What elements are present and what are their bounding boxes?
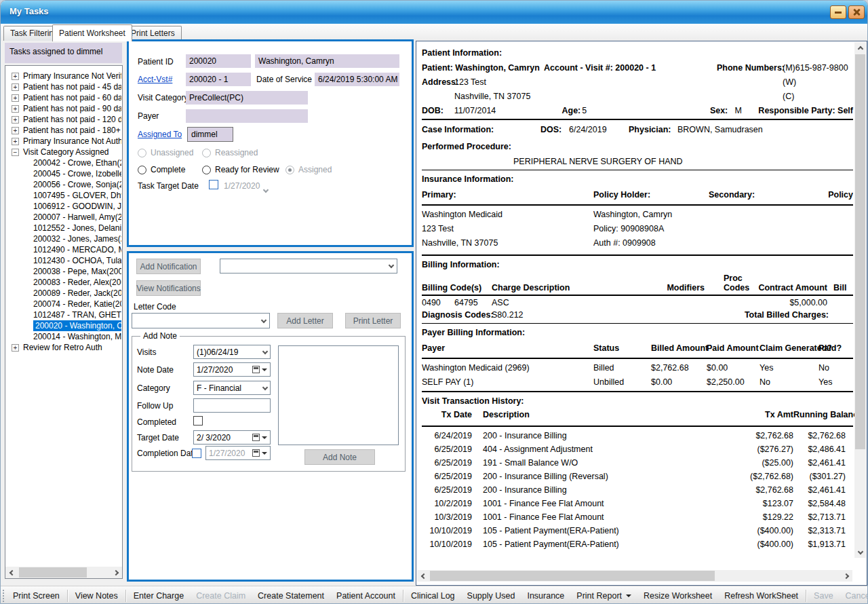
tree-expander-icon[interactable]: + [12,127,19,134]
tree-item-label[interactable]: 200045 - Crowe, Izobelle(2 [33,168,121,179]
tree-item[interactable]: 200032 - Jones, James(20 [7,233,121,244]
tree-item-label[interactable]: 1012490 - MERCADO, MA [33,244,121,255]
patient-id-field[interactable]: 200020 [186,54,251,68]
tree-item-label[interactable]: 1012430 - OCHOA, Tula(1 [33,255,121,266]
radio-complete[interactable]: Complete [138,165,185,174]
resize-worksheet-button[interactable]: Resize Worksheet [637,588,718,603]
tree-item-label[interactable]: Review for Retro Auth [23,342,102,353]
radio-assigned[interactable]: Assigned [285,165,332,174]
view-notifications-button[interactable]: View Notifications [136,280,201,296]
tree-item-label[interactable]: 1012552 - Jones, Delanie( [33,223,121,233]
tree-item-label[interactable]: 1006912 - GOODWIN, Jas [33,201,121,212]
follow-up-input[interactable] [193,398,271,413]
tree-item-label[interactable]: Patient has not paid - 120 days [23,114,121,125]
completion-date-checkbox[interactable] [192,449,201,458]
scroll-down-icon[interactable] [854,546,866,558]
tree-item-label[interactable]: Primary Insurance Not Authorized [23,136,121,147]
tree-item[interactable]: 1012487 - TRAN, GHET(1 [7,309,121,320]
tree-item-label[interactable]: Primary Insurance Not Verified [23,71,121,81]
tree-item-label[interactable]: 200007 - Harwell, Amy(200 [33,212,121,223]
acct-vst-field[interactable]: 200020 - 1 [186,73,251,86]
tree-item[interactable]: 200089 - Reder, Jack(200 [7,288,121,299]
tree-item[interactable]: 200020 - Washington, Car [7,320,121,331]
radio-unassigned[interactable]: Unassigned [138,148,193,157]
tree-item[interactable]: +Primary Insurance Not Verified [7,71,121,81]
tree-expander-icon[interactable]: + [12,344,19,352]
print-letter-button[interactable]: Print Letter [345,313,401,328]
tree-item-label[interactable]: 200042 - Crowe, Ethan(200 [33,157,121,168]
tree-scroll-thumb[interactable] [19,567,87,578]
task-target-date-checkbox[interactable] [209,180,218,189]
assigned-to-link[interactable]: Assigned To [138,130,182,139]
payer-field[interactable] [186,109,308,123]
tree-item-label[interactable]: Visit Category Assigned [23,147,109,157]
tree-item[interactable]: +Review for Retro Auth [7,342,121,353]
scroll-up-icon[interactable] [854,42,866,54]
tree-item-label[interactable]: 200020 - Washington, Car [33,320,121,331]
tree-item-label[interactable]: Patient has not paid - 180+ days [23,125,121,136]
scroll-right-icon[interactable] [841,570,852,582]
tree-item[interactable]: 1012430 - OCHOA, Tula(1 [7,255,121,266]
note-date-picker[interactable]: 1/27/2020 [193,362,271,377]
view-notes-button[interactable]: View Notes [69,588,124,603]
tree-item-label[interactable]: 200014 - Washington, Ma [33,331,121,342]
print-report-button[interactable]: Print Report [570,588,637,603]
tree-expander-icon[interactable]: − [12,149,19,156]
scroll-left-icon[interactable] [417,570,429,582]
radio-reassigned[interactable]: Reassigned [202,148,258,157]
tree-horizontal-scrollbar[interactable] [5,567,122,578]
patient-account-button[interactable]: Patient Account [330,588,401,603]
tree-item[interactable]: 200083 - Reder, Alex(200 [7,277,121,288]
insurance-button[interactable]: Insurance [521,588,570,603]
tree-item[interactable]: +Patient has not paid - 180+ days [7,125,121,136]
scroll-right-icon[interactable] [111,567,122,578]
tree-expander-icon[interactable]: + [12,116,19,124]
worksheet-horizontal-scrollbar[interactable] [417,570,852,582]
close-button[interactable] [848,5,865,19]
tree-expander-icon[interactable]: + [12,83,19,91]
category-combobox[interactable]: F - Financial [193,381,271,395]
tab-print-letters[interactable]: Print Letters [124,26,182,41]
tree-item[interactable]: +Patient has not paid - 45 days [7,81,121,92]
letter-code-combobox[interactable] [132,313,270,328]
tree-item[interactable]: 200074 - Reder, Katie(200 [7,299,121,309]
date-of-service-field[interactable]: 6/24/2019 5:30:00 AM [315,73,399,86]
tree-item-label[interactable]: Patient has not paid - 45 days [23,81,121,92]
tree-item-label[interactable]: Patient has not paid - 60 days [23,92,121,103]
create-statement-button[interactable]: Create Statement [252,588,330,603]
tree-item-label[interactable]: 200089 - Reder, Jack(200 [33,288,121,299]
assigned-to-field[interactable]: dimmel [187,127,233,142]
tree-item[interactable]: +Primary Insurance Not Authorized [7,136,121,147]
refresh-worksheet-button[interactable]: Refresh WorkSheet [718,588,804,603]
tree-item[interactable]: 1007495 - GLOVER, Dhya [7,190,121,201]
tree-item-label[interactable]: 1007495 - GLOVER, Dhya [33,190,121,201]
print-screen-button[interactable]: Print Screen [7,588,66,603]
save-button[interactable]: Save [808,588,840,603]
tree-item-label[interactable]: Patient has not paid - 90 days [23,103,121,114]
supply-used-button[interactable]: Supply Used [461,588,521,603]
worksheet-vertical-scrollbar[interactable] [854,42,866,558]
tree-expander-icon[interactable]: + [12,105,19,113]
tree-item[interactable]: 200038 - Pepe, Max(2000 [7,266,121,277]
add-note-button[interactable]: Add Note [304,449,375,465]
completed-checkbox[interactable] [193,416,203,426]
tree-item-label[interactable]: 200074 - Reder, Katie(200 [33,299,121,309]
task-target-date-value[interactable]: 1/27/2020 [224,181,260,191]
enter-charge-button[interactable]: Enter Charge [127,588,190,603]
tree-item[interactable]: 1012552 - Jones, Delanie( [7,223,121,233]
tree-item[interactable]: +Patient has not paid - 60 days [7,92,121,103]
note-text-area[interactable] [278,345,399,445]
tree-item-label[interactable]: 200032 - Jones, James(20 [33,233,121,244]
tree-item[interactable]: 200045 - Crowe, Izobelle(2 [7,168,121,179]
tree-item-label[interactable]: 200083 - Reder, Alex(200 [33,277,121,288]
patient-name-field[interactable]: Washington, Camryn [255,54,399,68]
completion-date-picker[interactable]: 1/27/2020 [205,446,271,460]
tab-patient-worksheet[interactable]: Patient Worksheet [52,24,132,41]
tree-item[interactable]: −Visit Category Assigned [7,147,121,157]
tree-item[interactable]: +Patient has not paid - 120 days [7,114,121,125]
tree-item[interactable]: 200014 - Washington, Ma [7,331,121,342]
tree-expander-icon[interactable]: + [12,138,19,145]
tree-item[interactable]: 200007 - Harwell, Amy(200 [7,212,121,223]
tree-expander-icon[interactable]: + [12,73,19,80]
tree-item[interactable]: 1012490 - MERCADO, MA [7,244,121,255]
